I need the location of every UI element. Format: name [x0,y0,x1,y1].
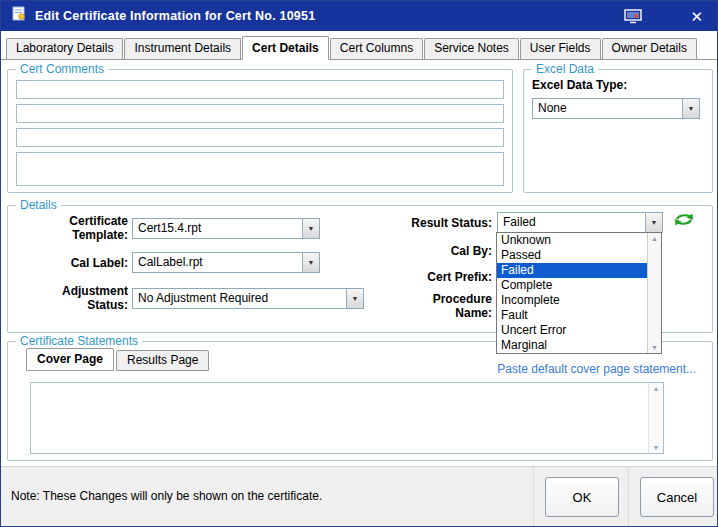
footer-divider [533,467,534,526]
dropdown-option-passed[interactable]: Passed [497,248,647,263]
refresh-button[interactable] [668,209,700,233]
dropdown-scrollbar[interactable]: ▲ ▼ [647,233,661,353]
chevron-down-icon[interactable]: ▼ [682,99,699,118]
statements-tab-strip: Cover Page Results Page [26,348,211,371]
scroll-up-icon[interactable]: ▲ [653,385,660,392]
scroll-down-icon[interactable]: ▼ [651,344,658,351]
chevron-down-icon[interactable]: ▼ [302,253,319,272]
cert-comment-line-3[interactable] [16,128,504,147]
chevron-down-icon[interactable]: ▼ [302,219,319,238]
excel-data-type-value: None [533,99,682,118]
footer-note: Note: These Changes will only be shown o… [11,489,322,503]
result-status-label: Result Status: [390,216,492,230]
excel-data-group: Excel Data Excel Data Type: None ▼ [523,69,713,193]
cert-comment-line-4[interactable] [16,152,504,186]
tab-service-notes[interactable]: Service Notes [424,38,519,59]
dropdown-option-uncert-error[interactable]: Uncert Error [497,323,647,338]
statement-textarea[interactable]: ▲ ▼ [30,382,664,454]
cal-by-label: Cal By: [390,244,492,258]
result-status-dropdown-list: Unknown Passed Failed Complete Incomplet… [496,232,662,354]
result-status-value: Failed [498,213,645,232]
details-group-title: Details [16,198,61,212]
window-title: Edit Certificate Information for Cert No… [35,9,616,23]
dropdown-option-marginal[interactable]: Marginal [497,338,647,353]
paste-default-statement-link[interactable]: Paste default cover page statement... [497,362,696,376]
dropdown-option-failed[interactable]: Failed [497,263,647,278]
certificate-template-label: Certificate Template: [34,214,128,242]
cancel-button[interactable]: Cancel [640,477,714,517]
refresh-icon [673,212,695,230]
cert-comments-group: Cert Comments [7,69,513,193]
result-status-combobox[interactable]: Failed ▼ [497,212,663,233]
titlebar: Edit Certificate Information for Cert No… [1,1,717,31]
cert-comment-line-2[interactable] [16,104,504,123]
cert-prefix-label: Cert Prefix: [390,270,492,284]
cert-comment-line-1[interactable] [16,80,504,99]
dropdown-option-incomplete[interactable]: Incomplete [497,293,647,308]
scroll-down-icon[interactable]: ▼ [653,444,660,451]
certificate-statements-group-title: Certificate Statements [16,334,142,348]
cert-comments-group-title: Cert Comments [16,62,108,76]
excel-data-group-title: Excel Data [532,62,598,76]
dropdown-option-unknown[interactable]: Unknown [497,233,647,248]
certificate-app-icon [11,6,27,26]
textarea-scrollbar[interactable]: ▲ ▼ [648,383,663,453]
main-tab-strip: Laboratory Details Instrument Details Ce… [1,35,717,60]
scroll-up-icon[interactable]: ▲ [651,235,658,242]
monitor-icon[interactable] [624,9,642,24]
tab-user-fields[interactable]: User Fields [520,38,601,59]
ok-button[interactable]: OK [545,477,619,517]
chevron-down-icon[interactable]: ▼ [645,213,662,232]
adjustment-status-combobox[interactable]: No Adjustment Required ▼ [132,288,364,309]
procedure-name-label: Procedure Name: [422,292,492,320]
tab-owner-details[interactable]: Owner Details [602,38,697,59]
tab-cert-columns[interactable]: Cert Columns [330,38,423,59]
tab-results-page[interactable]: Results Page [116,350,209,371]
footer-divider [628,467,629,526]
excel-data-type-combobox[interactable]: None ▼ [532,98,700,119]
chevron-down-icon[interactable]: ▼ [346,289,363,308]
certificate-statements-group: Certificate Statements Cover Page Result… [7,341,713,461]
close-button[interactable]: ✕ [686,7,707,26]
tab-cert-details[interactable]: Cert Details [242,36,329,60]
dropdown-options: Unknown Passed Failed Complete Incomplet… [497,233,647,353]
dropdown-option-complete[interactable]: Complete [497,278,647,293]
cal-label-combobox[interactable]: CalLabel.rpt ▼ [132,252,320,273]
tab-instrument-details[interactable]: Instrument Details [124,38,241,59]
tab-cover-page[interactable]: Cover Page [26,348,114,371]
dropdown-option-fault[interactable]: Fault [497,308,647,323]
certificate-template-value: Cert15.4.rpt [133,219,302,238]
adjustment-status-label: Adjustment Status: [34,284,128,312]
certificate-template-combobox[interactable]: Cert15.4.rpt ▼ [132,218,320,239]
footer: Note: These Changes will only be shown o… [1,466,717,526]
cal-label-value: CalLabel.rpt [133,253,302,272]
excel-data-type-label: Excel Data Type: [532,78,627,92]
edit-certificate-dialog: Edit Certificate Information for Cert No… [0,0,718,527]
adjustment-status-value: No Adjustment Required [133,289,346,308]
tab-laboratory-details[interactable]: Laboratory Details [6,38,123,59]
cal-label-label: Cal Label: [34,256,128,270]
